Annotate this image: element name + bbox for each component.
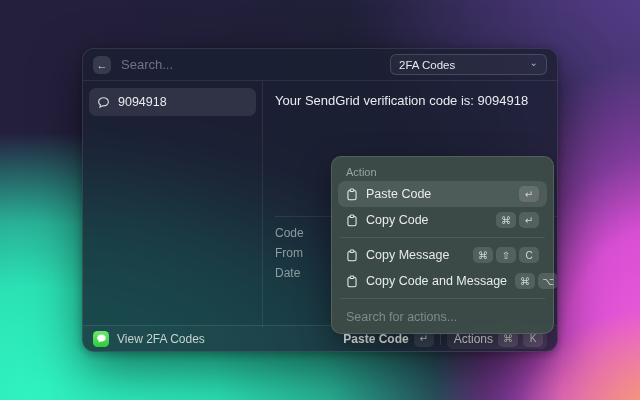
messages-app-icon <box>93 331 109 347</box>
action-label: Copy Message <box>366 248 449 262</box>
shortcut-keys: ⌘ ⌥ C <box>515 273 558 289</box>
action-label: Copy Code <box>366 213 429 227</box>
action-copy-code-and-message[interactable]: Copy Code and Message ⌘ ⌥ C <box>338 268 547 294</box>
results-sidebar: 9094918 <box>83 81 263 327</box>
action-copy-message[interactable]: Copy Message ⌘ ⇧ C <box>338 242 547 268</box>
chat-bubble-icon <box>97 96 110 109</box>
divider <box>440 333 441 345</box>
key-option: ⌥ <box>538 273 558 289</box>
back-arrow-icon: ← <box>97 59 108 71</box>
clipboard-icon <box>346 275 358 288</box>
shortcut-keys: ⌘ ⇧ C <box>473 247 539 263</box>
launcher-window: ← 2FA Codes ⌄ 9094918 Your SendGrid veri… <box>82 48 558 352</box>
action-copy-code[interactable]: Copy Code ⌘ ↵ <box>338 207 547 233</box>
key-cmd: ⌘ <box>496 212 516 228</box>
mode-dropdown[interactable]: 2FA Codes ⌄ <box>390 54 547 75</box>
metadata-label-code: Code <box>275 226 304 240</box>
shortcut-keys: ↵ <box>519 186 539 202</box>
message-text: Your SendGrid verification code is: 9094… <box>263 81 557 108</box>
action-label: Copy Code and Message <box>366 274 507 288</box>
command-title: View 2FA Codes <box>117 332 205 346</box>
shortcut-keys: ⌘ ↵ <box>496 212 539 228</box>
key-cmd: ⌘ <box>515 273 535 289</box>
list-item-label: 9094918 <box>118 95 167 109</box>
action-paste-code[interactable]: Paste Code ↵ <box>338 181 547 207</box>
search-input[interactable] <box>121 57 380 72</box>
mode-dropdown-value: 2FA Codes <box>399 59 455 71</box>
clipboard-icon <box>346 249 358 262</box>
top-bar: ← 2FA Codes ⌄ <box>83 49 557 81</box>
metadata-labels: Code From Date <box>275 226 304 280</box>
key-c: C <box>519 247 539 263</box>
key-shift: ⇧ <box>496 247 516 263</box>
action-label: Paste Code <box>366 187 431 201</box>
key-return: ↵ <box>519 186 539 202</box>
action-panel-header: Action <box>338 160 547 181</box>
divider <box>340 298 545 299</box>
clipboard-icon <box>346 188 358 201</box>
key-return: ↵ <box>519 212 539 228</box>
metadata-label-from: From <box>275 246 304 260</box>
list-item-code[interactable]: 9094918 <box>89 88 256 116</box>
metadata-label-date: Date <box>275 266 304 280</box>
key-cmd: ⌘ <box>473 247 493 263</box>
chevron-down-icon: ⌄ <box>530 58 538 68</box>
clipboard-icon <box>346 214 358 227</box>
back-button[interactable]: ← <box>93 56 111 74</box>
action-search-input[interactable] <box>338 303 547 333</box>
action-panel: Action Paste Code ↵ Copy Code <box>331 156 554 334</box>
divider <box>340 237 545 238</box>
